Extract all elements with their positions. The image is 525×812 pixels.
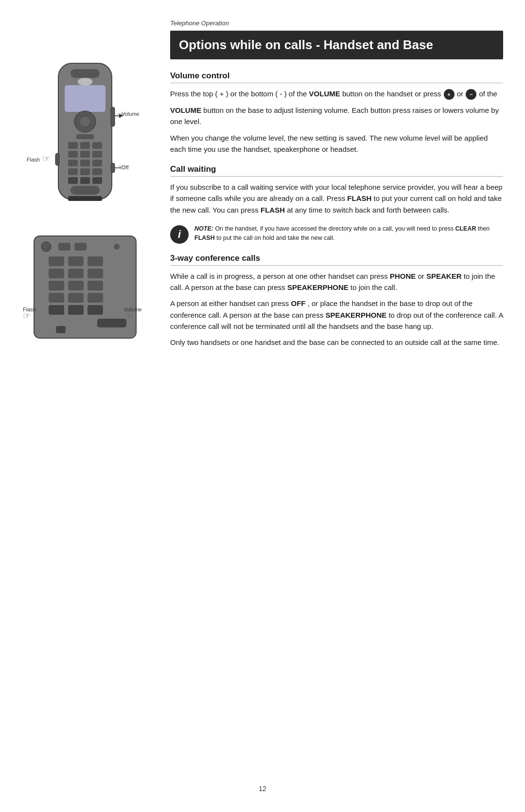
svg-rect-38: [74, 243, 87, 251]
svg-rect-26: [111, 163, 115, 173]
svg-text:☞: ☞: [117, 110, 124, 120]
svg-rect-21: [92, 177, 102, 184]
vol-para2-end: button on the base to adjust listening v…: [170, 106, 499, 126]
svg-rect-1: [70, 69, 100, 78]
note-clear: CLEAR: [455, 225, 476, 232]
conference-section: 3-way conference calls While a call is i…: [170, 253, 503, 348]
svg-rect-9: [92, 142, 102, 149]
svg-point-5: [80, 117, 90, 126]
conf-phone: PHONE: [390, 272, 416, 280]
svg-rect-40: [49, 256, 64, 266]
svg-rect-41: [68, 256, 84, 266]
svg-rect-45: [88, 269, 103, 278]
svg-rect-6: [76, 134, 94, 139]
page-title-block: Options while on calls - Handset and Bas…: [170, 31, 503, 59]
svg-rect-14: [80, 160, 90, 166]
conference-para2: A person at either handset can press OFF…: [170, 298, 503, 332]
page-title: Options while on calls - Handset and Bas…: [179, 37, 494, 53]
svg-rect-15: [92, 160, 102, 166]
vol-or: or: [457, 90, 466, 98]
page-number: 12: [259, 785, 266, 793]
conf-off: OFF: [291, 299, 306, 307]
cw-para1-end2: at any time to switch back and forth bet…: [287, 206, 449, 214]
note-body3: to put the call on hold and take the new…: [216, 235, 334, 241]
svg-text:☜: ☜: [125, 311, 133, 321]
vol-para1-start: Press the top ( + ) or the bottom ( - ) …: [170, 90, 309, 98]
svg-rect-51: [88, 293, 103, 303]
svg-rect-12: [92, 151, 102, 158]
svg-rect-53: [68, 305, 84, 315]
conf-p1-start: While a call is in progress, a person at…: [170, 272, 390, 280]
call-waiting-section: Call waiting If you subscribe to a call …: [170, 164, 503, 216]
cw-flash2: FLASH: [261, 206, 285, 214]
conf-speaker: SPEAKER: [426, 272, 462, 280]
vol-bold2: VOLUME: [170, 106, 201, 114]
volume-para2: VOLUME button on the base to adjust list…: [170, 105, 503, 127]
note-flash: FLASH: [194, 235, 215, 241]
svg-rect-42: [88, 256, 103, 266]
volume-control-title: Volume control: [170, 71, 503, 83]
vol-bold1: VOLUME: [309, 90, 340, 98]
svg-rect-19: [68, 177, 78, 184]
svg-rect-54: [88, 305, 103, 315]
svg-rect-23: [68, 196, 102, 201]
svg-point-36: [41, 242, 51, 252]
conference-para3: Only two handsets or one handset and the…: [170, 337, 503, 348]
svg-rect-52: [49, 305, 64, 315]
svg-rect-50: [68, 293, 84, 303]
call-waiting-para1: If you subscribe to a call waiting servi…: [170, 181, 503, 216]
svg-rect-22: [70, 186, 100, 195]
svg-rect-16: [68, 168, 78, 175]
svg-text:☜: ☜: [117, 162, 125, 172]
vol-down-icon: −: [466, 89, 476, 100]
breadcrumb: Telephone Operation: [170, 19, 503, 27]
note-body1: On the handset, if you have accessed the…: [215, 225, 455, 232]
svg-rect-2: [65, 85, 105, 112]
call-waiting-title: Call waiting: [170, 164, 503, 177]
svg-rect-25: [55, 153, 59, 165]
volume-control-section: Volume control Press the top ( + ) or th…: [170, 71, 503, 155]
svg-rect-18: [92, 168, 102, 175]
volume-para3: When you change the volume level, the ne…: [170, 132, 503, 155]
svg-rect-47: [68, 281, 84, 290]
note-body2: then: [478, 225, 490, 232]
handset-illustration: Volume ☞ Flash ☞ Off ☜: [22, 58, 148, 224]
base-illustration: Flash ☞ Volume ☜: [22, 231, 148, 358]
svg-rect-46: [49, 281, 64, 290]
call-waiting-body: If you subscribe to a call waiting servi…: [170, 181, 503, 216]
note-text: NOTE: On the handset, if you have access…: [194, 224, 503, 243]
conf-speakerphone1: SPEAKERPHONE: [287, 283, 349, 291]
svg-rect-8: [80, 142, 90, 149]
page-container: Volume ☞ Flash ☞ Off ☜: [0, 0, 525, 812]
svg-rect-44: [68, 269, 84, 278]
volume-para1: Press the top ( + ) or the bottom ( - ) …: [170, 88, 503, 100]
svg-rect-37: [58, 243, 70, 251]
conference-body: While a call is in progress, a person at…: [170, 271, 503, 348]
right-column: Telephone Operation Options while on cal…: [156, 19, 525, 793]
base-svg: Flash ☞ Volume ☜: [22, 231, 148, 362]
svg-rect-11: [80, 151, 90, 158]
conf-p1-end2: to join the call.: [350, 283, 397, 291]
note-box: i NOTE: On the handset, if you have acce…: [170, 224, 503, 244]
svg-point-39: [114, 244, 120, 250]
left-column: Volume ☞ Flash ☞ Off ☜: [0, 19, 156, 793]
svg-text:☞: ☞: [23, 311, 31, 321]
svg-rect-49: [49, 293, 64, 303]
conference-para1: While a call is in progress, a person at…: [170, 271, 503, 293]
svg-rect-17: [80, 168, 90, 175]
svg-rect-20: [80, 177, 90, 184]
svg-rect-55: [97, 319, 126, 327]
svg-rect-43: [49, 269, 64, 278]
svg-rect-7: [68, 142, 78, 149]
cw-flash1: FLASH: [347, 194, 371, 202]
svg-rect-56: [56, 326, 66, 333]
vol-up-icon: +: [444, 89, 455, 100]
handset-svg: Volume ☞ Flash ☞ Off ☜: [22, 58, 148, 224]
vol-para1-mid: button on the handset or press: [342, 90, 441, 98]
conf-speakerphone2: SPEAKERPHONE: [325, 311, 386, 319]
conf-p2-start: A person at either handset can press: [170, 299, 291, 307]
volume-control-body: Press the top ( + ) or the bottom ( - ) …: [170, 88, 503, 155]
svg-rect-48: [88, 281, 103, 290]
svg-rect-13: [68, 160, 78, 166]
conf-or: or: [418, 272, 426, 280]
